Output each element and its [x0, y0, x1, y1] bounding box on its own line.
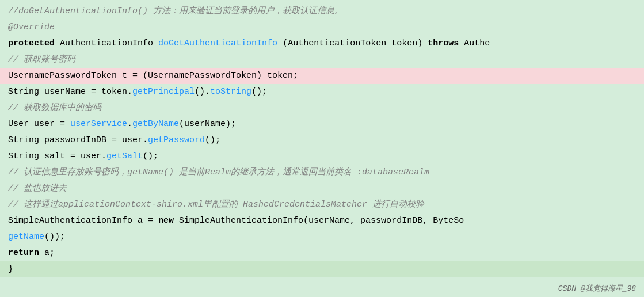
line-14: SimpleAuthenticationInfo a = new SimpleA…	[0, 213, 644, 229]
code-block: //doGetAuthenticationInfo() 方法：用来验证当前登录的…	[0, 0, 644, 281]
footer-credit: CSDN @我觉得海星_98	[558, 283, 636, 294]
line-11-comment: // 认证信息里存放账号密码，getName() 是当前Realm的继承方法，通…	[8, 167, 429, 177]
line-17-brace: }	[8, 264, 13, 274]
line-13: // 这样通过applicationContext-shiro.xml里配置的 …	[0, 197, 644, 213]
line-3-method: doGetAuthenticationInfo	[158, 39, 277, 48]
line-1: //doGetAuthenticationInfo() 方法：用来验证当前登录的…	[0, 3, 644, 20]
line-14-new: new	[158, 216, 174, 226]
line-16: return a;	[0, 245, 644, 261]
line-5: UsernamePasswordToken t = (UsernamePassw…	[0, 68, 644, 84]
line-15-method: getName	[8, 232, 44, 242]
line-6-method2: toString	[210, 87, 251, 97]
line-15-plain: ());	[44, 232, 65, 242]
line-3-throws: throws	[428, 39, 459, 48]
line-14-plain: SimpleAuthenticationInfo(userName, passw…	[174, 216, 464, 226]
line-3-keyword: protected	[8, 39, 55, 48]
line-12: // 盐也放进去	[0, 181, 644, 197]
line-1-text: //doGetAuthenticationInfo() 方法：用来验证当前登录的…	[8, 6, 343, 16]
line-2-annotation: @Override	[8, 22, 55, 32]
line-9: String passwordInDB = user.getPassword()…	[0, 132, 644, 148]
line-16-plain: a;	[39, 248, 55, 258]
line-9-plain: ();	[205, 135, 220, 145]
line-14-text: SimpleAuthenticationInfo a =	[8, 216, 158, 226]
line-6-method: getPrincipal	[132, 87, 195, 97]
line-9-method: getPassword	[148, 135, 205, 145]
line-9-text: String passwordInDB = user.	[8, 135, 148, 145]
line-8: User user = userService.getByName(userNa…	[0, 116, 644, 132]
line-7-comment: // 获取数据库中的密码	[8, 103, 101, 113]
line-10-method: getSalt	[106, 151, 143, 161]
line-12-comment: // 盐也放进去	[8, 184, 67, 193]
line-3-plain3: Authe	[464, 39, 490, 48]
line-3-plain2: (AuthenticationToken token)	[283, 39, 428, 48]
line-3: protected AuthenticationInfo doGetAuthen…	[0, 36, 644, 52]
line-11: // 认证信息里存放账号密码，getName() 是当前Realm的继承方法，通…	[0, 165, 644, 181]
line-8-plain2: .	[127, 119, 132, 129]
line-10: String salt = user.getSalt();	[0, 148, 644, 165]
line-7: // 获取数据库中的密码	[0, 100, 644, 116]
line-4: // 获取账号密码	[0, 52, 644, 68]
line-6: String userName = token.getPrincipal().t…	[0, 84, 644, 100]
line-16-return: return	[8, 248, 39, 258]
line-17: }	[0, 261, 644, 277]
line-8-method: getByName	[132, 119, 179, 129]
line-4-comment: // 获取账号密码	[8, 55, 75, 64]
line-3-plain1: AuthenticationInfo	[60, 39, 158, 48]
line-8-plain3: (userName);	[179, 119, 236, 129]
line-8-plain1: User user =	[8, 119, 70, 129]
line-6-text: String userName = token.	[8, 87, 132, 97]
line-5-text: UsernamePasswordToken t = (UsernamePassw…	[8, 71, 298, 81]
line-10-text: String salt = user.	[8, 151, 106, 161]
line-13-comment: // 这样通过applicationContext-shiro.xml里配置的 …	[8, 200, 424, 210]
code-editor: //doGetAuthenticationInfo() 方法：用来验证当前登录的…	[0, 0, 644, 297]
line-8-service: userService	[70, 119, 127, 129]
line-10-plain: ();	[143, 151, 158, 161]
line-2: @Override	[0, 20, 644, 36]
line-6-text2: ().	[195, 87, 210, 97]
line-15: getName());	[0, 229, 644, 245]
line-6-text3: ();	[251, 87, 267, 97]
